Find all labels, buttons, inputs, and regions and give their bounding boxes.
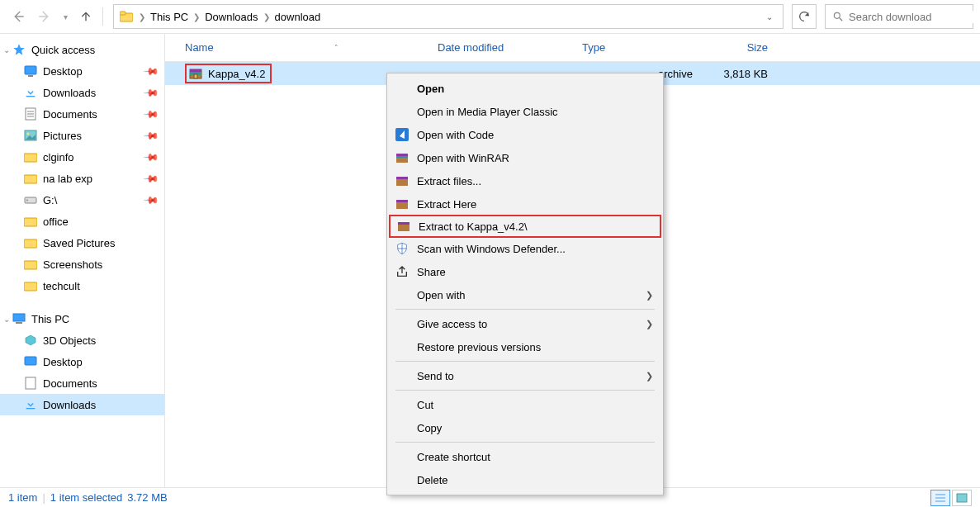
ctx-open-media[interactable]: Open in Media Player Classic <box>389 100 661 123</box>
svg-marker-4 <box>13 44 24 54</box>
ctx-delete[interactable]: Delete <box>389 468 661 491</box>
ctx-cut[interactable]: Cut <box>389 393 661 416</box>
sidebar-item-label: clginfo <box>43 151 74 163</box>
svg-rect-36 <box>396 154 408 156</box>
sidebar-item-clginfo[interactable]: clginfo📌 <box>0 146 164 168</box>
sidebar-item-nalabexp[interactable]: na lab exp📌 <box>0 168 164 189</box>
sidebar-group-label: This PC <box>31 313 69 325</box>
folder-icon <box>23 235 38 250</box>
sidebar-this-pc[interactable]: ⌄ This PC <box>0 308 164 329</box>
ctx-restore-previous[interactable]: Restore previous versions <box>389 335 661 358</box>
ctx-copy[interactable]: Copy <box>389 416 661 439</box>
breadcrumb-item[interactable]: Downloads <box>205 11 258 23</box>
status-selected-count: 1 item selected <box>50 491 122 504</box>
svg-point-2 <box>834 12 840 18</box>
sidebar-quick-access[interactable]: ⌄ Quick access <box>0 39 164 60</box>
refresh-button[interactable] <box>792 4 817 29</box>
column-name[interactable]: Name˄ <box>165 41 438 54</box>
search-box[interactable] <box>825 4 973 29</box>
svg-rect-43 <box>398 222 410 225</box>
sidebar-item-savedpictures[interactable]: Saved Pictures <box>0 232 164 254</box>
sidebar-item-screenshots[interactable]: Screenshots <box>0 254 164 275</box>
drive-icon <box>23 192 38 207</box>
nav-up-button[interactable] <box>74 5 97 28</box>
folder-icon <box>23 214 38 229</box>
sidebar-item-label: na lab exp <box>43 173 92 185</box>
ctx-extract-here[interactable]: Extract Here <box>389 192 661 216</box>
ctx-scan-defender[interactable]: Scan with Windows Defender... <box>389 237 661 260</box>
file-list-area: Name˄ Date modified Type Size Kappa_v4.2… <box>165 34 980 487</box>
svg-rect-1 <box>120 12 125 15</box>
search-input[interactable] <box>849 11 980 23</box>
ctx-open-winrar[interactable]: Open with WinRAR <box>389 146 661 169</box>
ctx-share[interactable]: Share <box>389 260 661 283</box>
sidebar-item-techcult[interactable]: techcult <box>0 275 164 296</box>
sidebar-item-desktop[interactable]: Desktop📌 <box>0 60 164 82</box>
ctx-extract-to[interactable]: Extract to Kappa_v4.2\ <box>389 215 661 238</box>
ctx-give-access[interactable]: Give access to❯ <box>389 312 661 335</box>
downloads-icon <box>23 85 38 100</box>
status-selected-size: 3.72 MB <box>127 491 167 504</box>
desktop-icon <box>23 354 38 369</box>
ctx-send-to[interactable]: Send to❯ <box>389 364 661 387</box>
svg-rect-26 <box>25 357 36 365</box>
pin-icon: 📌 <box>143 127 160 145</box>
breadcrumb-item[interactable]: This PC <box>150 11 188 23</box>
pin-icon: 📌 <box>143 170 160 187</box>
winrar-icon <box>394 173 410 189</box>
view-details-button[interactable] <box>930 490 950 506</box>
svg-rect-24 <box>16 322 22 324</box>
chevron-down-icon: ⌄ <box>3 45 10 54</box>
view-large-icons-button[interactable] <box>952 490 972 506</box>
nav-forward-button[interactable] <box>33 5 56 28</box>
ctx-open-code[interactable]: Open with Code <box>389 123 661 146</box>
svg-rect-30 <box>190 69 201 72</box>
sidebar-item-downloads[interactable]: Downloads📌 <box>0 82 164 103</box>
svg-rect-22 <box>24 282 37 291</box>
column-type[interactable]: Type <box>582 41 702 54</box>
file-name-highlight: Kappa_v4.2 <box>185 64 272 83</box>
svg-rect-7 <box>26 96 36 97</box>
file-size: 3,818 KB <box>702 68 780 80</box>
sidebar-item-pictures[interactable]: Pictures📌 <box>0 125 164 146</box>
winrar-archive-icon <box>188 66 203 81</box>
address-bar[interactable]: ❯ This PC ❯ Downloads ❯ download ⌄ <box>113 4 784 29</box>
svg-rect-19 <box>24 218 37 226</box>
pin-icon: 📌 <box>143 106 160 123</box>
sidebar-item-label: Saved Pictures <box>43 237 115 249</box>
ctx-open[interactable]: Open <box>389 77 661 100</box>
context-menu-separator <box>395 309 655 310</box>
sidebar-item-office[interactable]: office <box>0 211 164 232</box>
folder-icon <box>23 171 38 186</box>
svg-rect-5 <box>25 66 36 74</box>
context-menu-separator <box>395 390 655 391</box>
winrar-icon <box>394 196 410 212</box>
sidebar-item-desktop2[interactable]: Desktop <box>0 351 164 372</box>
ctx-extract-files[interactable]: Extract files... <box>389 169 661 192</box>
sidebar-item-3dobjects[interactable]: 3D Objects <box>0 329 164 351</box>
svg-rect-33 <box>194 74 197 78</box>
folder-icon <box>119 9 134 24</box>
3d-objects-icon <box>23 333 38 348</box>
recent-dropdown-icon[interactable]: ▾ <box>59 5 71 28</box>
column-size[interactable]: Size <box>702 41 780 54</box>
sidebar-item-gdrive[interactable]: G:\📌 <box>0 189 164 211</box>
sidebar-item-downloads2[interactable]: Downloads <box>0 394 164 415</box>
chevron-right-icon: ❯ <box>258 12 275 21</box>
sidebar-item-documents2[interactable]: Documents <box>0 372 164 394</box>
chevron-right-icon: ❯ <box>646 290 653 301</box>
view-toggle <box>930 490 972 506</box>
folder-icon <box>23 149 38 164</box>
address-dropdown-icon[interactable]: ⌄ <box>761 12 778 21</box>
column-date[interactable]: Date modified <box>438 41 582 54</box>
svg-point-18 <box>26 200 28 201</box>
nav-back-button[interactable] <box>7 5 30 28</box>
svg-rect-39 <box>396 177 408 179</box>
sidebar-item-label: Documents <box>43 108 97 121</box>
winrar-icon <box>395 218 412 235</box>
ctx-open-with[interactable]: Open with❯ <box>389 283 661 306</box>
downloads-icon <box>23 397 38 412</box>
sidebar-item-documents[interactable]: Documents📌 <box>0 103 164 125</box>
ctx-create-shortcut[interactable]: Create shortcut <box>389 445 661 468</box>
breadcrumb-item[interactable]: download <box>275 11 321 23</box>
